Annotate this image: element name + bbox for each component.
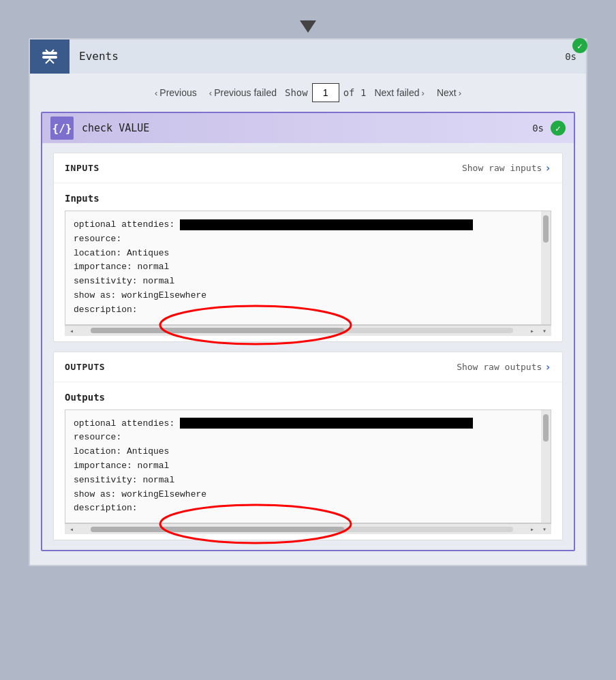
chevron-right-outputs-icon: › <box>544 360 551 373</box>
outputs-code-wrapper: optional attendies: resource: location: … <box>65 409 551 535</box>
scroll-left-icon[interactable]: ◂ <box>66 325 77 336</box>
input-line-7: description: <box>74 303 538 318</box>
chevron-left-failed-icon: ‹ <box>209 88 212 98</box>
input-line-5: sensitivity: normal <box>74 275 538 289</box>
inputs-subtitle: Inputs <box>65 193 551 204</box>
show-raw-outputs-label: Show raw outputs <box>457 362 542 372</box>
chevron-left-icon: ‹ <box>155 88 157 98</box>
previous-failed-button[interactable]: ‹ Previous failed <box>205 84 281 101</box>
outputs-v-scrollbar[interactable] <box>541 410 551 523</box>
inputs-v-scrollbar-thumb <box>543 215 549 243</box>
main-container: Events 0s ✓ ‹ Previous ‹ Previous failed… <box>29 38 587 566</box>
down-arrow-icon <box>300 20 316 33</box>
outputs-scroll-left-icon[interactable]: ◂ <box>66 524 77 535</box>
inputs-v-scrollbar[interactable] <box>541 211 551 324</box>
outputs-panel-body: Outputs optional attendies: resource: lo… <box>54 382 562 540</box>
output-line-6: show as: workingElsewhere <box>74 488 538 502</box>
step-title: check VALUE <box>82 122 532 134</box>
outputs-panel-header: OUTPUTS Show raw outputs › <box>54 352 562 382</box>
inputs-panel-body: Inputs optional attendies: resource: loc… <box>54 183 562 341</box>
redacted-input-1 <box>180 219 473 230</box>
step-block: {/} check VALUE 0s ✓ INPUTS Show raw inp… <box>41 112 575 551</box>
step-success-check: ✓ <box>551 121 566 136</box>
outputs-code-area: optional attendies: resource: location: … <box>65 409 551 524</box>
header-bar: Events 0s ✓ <box>30 40 586 74</box>
inputs-h-thumb <box>91 328 344 333</box>
outputs-h-scrollbar[interactable]: ◂ ▸ ▾ <box>65 523 551 534</box>
next-failed-button[interactable]: Next failed › <box>370 84 429 101</box>
inputs-code-wrapper: optional attendies: resource: location: … <box>65 211 551 336</box>
output-line-4: importance: normal <box>74 459 538 474</box>
outputs-scroll-down-icon[interactable]: ▾ <box>539 524 550 535</box>
show-label: Show <box>285 87 308 98</box>
input-line-4: importance: normal <box>74 260 538 275</box>
show-input[interactable] <box>312 83 339 102</box>
chevron-right-inputs-icon: › <box>544 161 551 174</box>
outputs-scroll-right-icon[interactable]: ▸ <box>527 524 538 535</box>
step-icon-box: {/} <box>50 117 74 140</box>
outputs-v-scrollbar-thumb <box>543 414 549 442</box>
header-icon-box <box>30 40 70 74</box>
scroll-down-icon[interactable]: ▾ <box>539 325 550 336</box>
inputs-panel: INPUTS Show raw inputs › Inputs optional… <box>53 153 563 342</box>
of-label: of 1 <box>343 87 367 98</box>
output-line-3: location: Antiques <box>74 445 538 459</box>
output-line-1: optional attendies: <box>74 417 538 431</box>
input-line-2: resource: <box>74 232 538 247</box>
input-line-6: show as: workingElsewhere <box>74 289 538 303</box>
inputs-code-content[interactable]: optional attendies: resource: location: … <box>65 211 551 324</box>
redacted-output-1 <box>180 418 473 429</box>
inputs-h-track <box>91 328 513 333</box>
outputs-panel-title: OUTPUTS <box>65 362 105 372</box>
events-icon <box>40 47 59 66</box>
output-line-7: description: <box>74 501 538 516</box>
inputs-h-scrollbar[interactable]: ◂ ▸ ▾ <box>65 325 551 336</box>
input-line-1: optional attendies: <box>74 218 538 232</box>
step-timer: 0s <box>532 123 544 134</box>
outputs-code-content[interactable]: optional attendies: resource: location: … <box>65 410 551 523</box>
scroll-right-icon[interactable]: ▸ <box>527 325 538 336</box>
show-raw-outputs-link[interactable]: Show raw outputs › <box>457 360 551 373</box>
previous-button[interactable]: ‹ Previous <box>151 84 201 101</box>
nav-bar: ‹ Previous ‹ Previous failed Show of 1 N… <box>30 74 586 112</box>
outputs-subtitle: Outputs <box>65 392 551 403</box>
show-raw-inputs-label: Show raw inputs <box>462 163 542 173</box>
svg-rect-1 <box>43 57 57 58</box>
output-line-2: resource: <box>74 431 538 445</box>
outputs-h-thumb <box>91 527 344 532</box>
outputs-panel: OUTPUTS Show raw outputs › Outputs optio… <box>53 352 563 541</box>
inputs-panel-title: INPUTS <box>65 163 99 173</box>
chevron-right-failed-icon: › <box>422 88 425 98</box>
input-line-3: location: Antiques <box>74 247 538 261</box>
inputs-panel-header: INPUTS Show raw inputs › <box>54 153 562 183</box>
next-button[interactable]: Next › <box>433 84 465 101</box>
header-title: Events <box>70 40 555 74</box>
show-raw-inputs-link[interactable]: Show raw inputs › <box>462 161 551 174</box>
previous-failed-label: Previous failed <box>214 87 277 98</box>
output-line-5: sensitivity: normal <box>74 474 538 488</box>
next-failed-label: Next failed <box>374 87 419 98</box>
chevron-right-icon: › <box>459 88 461 98</box>
next-label: Next <box>437 87 457 98</box>
previous-label: Previous <box>159 87 196 98</box>
step-header: {/} check VALUE 0s ✓ <box>42 113 574 143</box>
outputs-h-track <box>91 527 513 532</box>
inputs-code-area: optional attendies: resource: location: … <box>65 211 551 325</box>
header-success-check: ✓ <box>572 38 587 53</box>
